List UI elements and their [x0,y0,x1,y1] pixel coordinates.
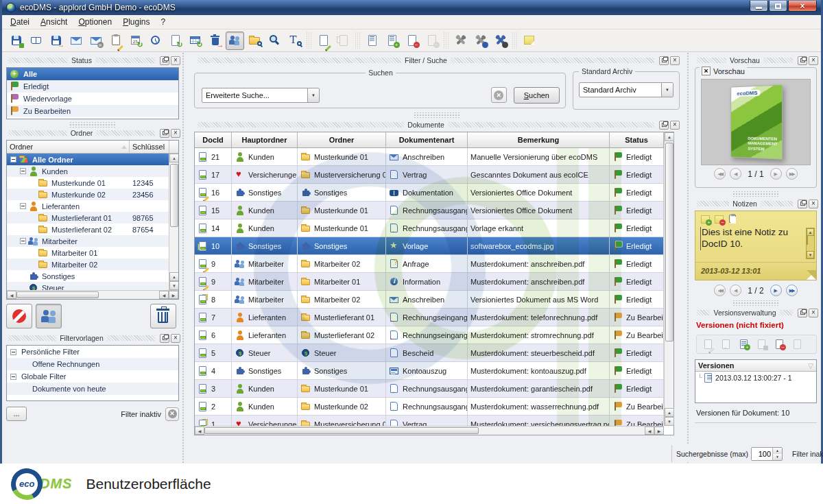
remove-version-button[interactable]: − [403,32,421,50]
first-note-button[interactable]: ◀◀ [714,285,726,296]
system-settings-button[interactable] [491,32,510,50]
preview-image[interactable]: ecoDMS Dokumenten Management System [730,84,783,159]
column-header-ordner[interactable]: Ordner [298,132,386,147]
save-as-button[interactable]: → [47,32,65,50]
menu-optionen[interactable]: Optionen [73,16,117,28]
save-button[interactable] [7,32,25,50]
scroll-right-icon[interactable]: ▶ [169,291,178,299]
menu-datei[interactable]: Datei [5,16,35,28]
show-versions-button[interactable] [363,32,381,50]
float-panel-button[interactable] [659,56,669,65]
table-row[interactable]: 4SonstigesSonstigesKontoauszugMusterdoku… [195,362,665,380]
next-note-button[interactable]: ▶ [770,285,782,296]
table-row[interactable]: 1♥VersicherungenMusterversicherung 01Ver… [195,416,665,426]
maximize-button[interactable] [769,1,787,12]
table-row[interactable]: 5SteuerSteuerBescheidMusterdokument: ste… [195,344,665,362]
table-row[interactable]: 17♥VersicherungenMusterversicherung 01Ve… [195,166,665,184]
close-panel-button[interactable]: × [670,121,680,130]
folder-item-steuer[interactable]: Steuer [7,282,169,290]
resubmission-button[interactable]: 27↻ [126,32,145,50]
close-panel-button[interactable]: × [809,56,818,65]
close-panel-button[interactable]: × [670,56,680,65]
add-note-icon[interactable]: + [700,214,711,225]
float-panel-button[interactable] [798,200,807,208]
scroll-thumb[interactable] [204,427,479,434]
folder-tree-hscrollbar[interactable]: ◀ ◀ ▶ [7,290,178,299]
documents-vscrollbar[interactable]: ▲ ▲ ▼ [664,132,673,426]
splitter-handle[interactable] [732,300,780,306]
float-panel-button[interactable] [659,121,669,130]
column-header-hauptordner[interactable]: Hauptordner [232,132,298,147]
export-version-icon[interactable]: → [721,339,732,350]
delete-document-button[interactable]: → [206,32,224,50]
prev-page-button[interactable]: ◀ [730,168,741,180]
scroll-thumb[interactable] [16,291,99,298]
filter-item-offene-rechnungen[interactable]: Offene Rechnungen [7,358,178,370]
close-panel-button[interactable]: × [171,56,180,65]
float-panel-button[interactable] [160,334,169,343]
reclassify-button[interactable]: ↻ [186,32,204,50]
splitter-handle[interactable] [413,112,461,118]
folder-search-button[interactable] [246,32,264,50]
duplicate-document-button[interactable]: ↻ [166,32,184,50]
scroll-right-icon[interactable]: ▶ [654,427,664,435]
folder-item-alle-ordner[interactable]: Alle Ordner [7,154,169,165]
table-row[interactable]: 14KundenMusterkunde 01→RechnungsausgangV… [195,219,665,237]
scroll-up-icon[interactable]: ▲ [665,408,674,417]
folder-permissions-button[interactable] [36,304,62,328]
next-page-button[interactable]: ▶ [770,168,782,180]
version-entry[interactable]: └2013.03.12 13:00:27 - 1 [695,372,816,383]
advanced-search-dropdown[interactable]: Erweiterte Suche... ▼ [202,88,320,103]
menu-ansicht[interactable]: Ansicht [35,16,73,28]
table-row[interactable]: 9MitarbeiterMitarbeiter 01InformationMus… [195,273,665,291]
table-row[interactable]: 3KundenMusterkunde 01→RechnungsausgangMu… [195,380,665,398]
documents-hscrollbar[interactable]: ◀ ◀ ▶ [195,426,664,435]
column-header-dokumentenart[interactable]: Dokumentenart [386,132,468,147]
add-version-button[interactable]: + [383,32,401,50]
open-button[interactable] [27,32,45,50]
expander-icon[interactable] [20,203,26,209]
note-text[interactable]: Dies ist eine Notiz zu DocID 10. [700,227,805,250]
expander-icon[interactable] [10,156,16,163]
note-scrollbar[interactable]: ▲ ▼ [806,228,815,259]
folder-item-musterlieferant-01[interactable]: Musterlieferant 0198765 [7,212,169,224]
scroll-up-icon[interactable]: ▲ [169,272,178,281]
minimize-button[interactable] [750,1,768,12]
user-roles-button[interactable] [226,32,244,50]
table-row[interactable]: 9MitarbeiterMitarbeiter 02?AnfrageMuster… [195,255,665,273]
folder-item-kunden[interactable]: Kunden [7,165,169,177]
clear-search-button[interactable]: ✕ [491,87,507,103]
folder-item-mitarbeiter-02[interactable]: Mitarbeiter 02 [7,259,169,270]
folder-item-mitarbeiter[interactable]: Mitarbeiter [7,235,169,247]
remove-version-icon[interactable]: − [774,339,785,350]
scroll-up-icon[interactable]: ▲ [169,154,178,163]
copy-documents-button[interactable] [334,32,353,50]
float-panel-button[interactable] [798,309,807,317]
close-button[interactable]: × [788,1,817,12]
scroll-left-icon[interactable]: ◀ [195,427,204,435]
float-panel-button[interactable] [798,56,807,65]
send-link-button[interactable]: ∞ [86,32,105,50]
chevron-down-icon[interactable]: ▼ [307,88,319,102]
folder-item-musterlieferant-02[interactable]: Musterlieferant 0287654 [7,224,169,235]
blank-version-icon[interactable] [792,339,803,350]
filter-more-button[interactable]: ... [6,407,27,421]
expander-icon[interactable] [10,349,16,355]
expander-icon[interactable] [20,168,26,174]
preview-search-button[interactable] [265,32,284,50]
spin-down-icon[interactable]: ▼ [773,454,782,460]
table-row[interactable]: 15KundenMusterkunde 01→RechnungsausgangV… [195,202,665,219]
column-header-status[interactable]: Status [610,132,664,147]
folder-item-mitarbeiter-01[interactable]: Mitarbeiter 01 [7,247,169,259]
export-note-icon[interactable] [728,214,739,225]
table-row[interactable]: 10SonstigesSonstiges★Vorlagesoftwarebox_… [195,237,665,255]
folder-item-musterkunde-02[interactable]: Musterkunde 0223456 [7,189,169,200]
column-schluessel[interactable]: Schlüssel [129,141,169,153]
column-header-docid[interactable]: DocId [195,132,232,147]
edit-version-icon[interactable] [703,339,714,350]
fulltext-search-button[interactable]: T [285,32,304,50]
table-row[interactable]: 8MitarbeiterMitarbeiter 02AnschreibenVer… [195,291,665,309]
scroll-thumb[interactable] [170,164,178,227]
edit-clipboard-button[interactable] [106,32,125,50]
add-version-icon[interactable]: + [739,339,750,350]
